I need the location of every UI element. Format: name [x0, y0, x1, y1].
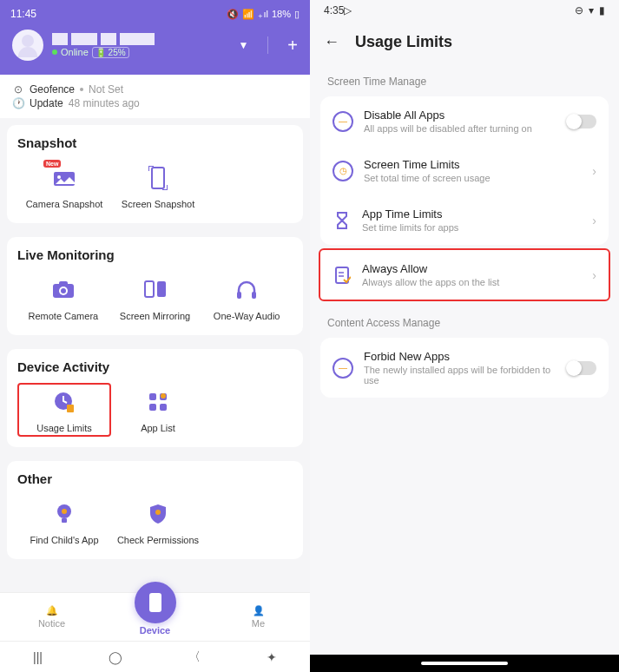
chevron-right-icon: › — [592, 214, 596, 227]
purple-header: 11:45 🔇 📶 ₊ıl 18% ▯ Online — [0, 0, 310, 75]
camera-icon: New — [49, 162, 80, 194]
remote-camera-item[interactable]: Remote Camera — [17, 271, 109, 325]
checklist-icon — [333, 266, 352, 285]
shield-icon — [142, 498, 174, 530]
section-screen-time: Screen Time Manage — [310, 63, 619, 96]
geofence-icon: ⊙ — [12, 83, 24, 96]
remote-camera-icon — [48, 274, 79, 306]
screen-mirroring-item[interactable]: Screen Mirroring — [109, 271, 201, 325]
avatar[interactable] — [12, 30, 43, 61]
usage-limits-item[interactable]: Usage Limits — [17, 383, 111, 437]
bell-icon: 🔔 — [46, 605, 58, 616]
profile-status: Online 🔋 25% — [52, 47, 229, 58]
toggle-disable-all[interactable] — [567, 115, 596, 128]
add-icon[interactable]: + — [287, 36, 298, 56]
screen-snapshot-item[interactable]: Screen Snapshot — [111, 159, 205, 213]
row-app-time-limits[interactable]: App Time Limits Set time limits for apps… — [320, 195, 609, 245]
section-content-access: Content Access Manage — [310, 305, 619, 338]
nav-device[interactable]: Device — [103, 599, 207, 636]
device-icon — [135, 582, 176, 623]
activity-title: Device Activity — [17, 359, 293, 374]
clock-icon: 🕐 — [12, 97, 24, 109]
headphones-icon — [231, 274, 262, 306]
battery-icon-r: ▮ — [599, 4, 605, 16]
dot-separator — [80, 88, 83, 91]
other-card: Other Find Child's App Check Permissions — [7, 461, 303, 559]
svg-rect-12 — [67, 405, 74, 412]
svg-rect-7 — [145, 281, 154, 297]
settings-card-2: — Forbid New Apps The newly installed ap… — [320, 338, 609, 398]
mute-icon: 🔇 — [227, 9, 239, 20]
divider — [267, 36, 268, 54]
online-label: Online — [61, 47, 89, 57]
page-title: Usage Limits — [355, 33, 452, 51]
dnd-icon: ⊖ — [575, 4, 583, 16]
left-screen: 11:45 🔇 📶 ₊ıl 18% ▯ Online — [0, 0, 310, 672]
profile-name — [52, 33, 229, 45]
svg-rect-9 — [237, 292, 241, 299]
svg-rect-17 — [160, 404, 167, 411]
live-title: Live Monitoring — [17, 247, 293, 262]
settings-card-1: — Disable All Apps All apps will be disa… — [320, 96, 609, 245]
back-arrow-icon[interactable]: ← — [324, 33, 339, 51]
new-badge: New — [43, 160, 61, 168]
home-indicator[interactable] — [421, 662, 508, 665]
signal-strength: ₊ıl — [258, 9, 268, 20]
row-always-allow[interactable]: Always Allow Always allow the apps on th… — [319, 248, 610, 301]
wifi-icon: 📶 — [242, 9, 254, 20]
geofence-label: Geofence — [30, 83, 75, 96]
svg-rect-23 — [336, 267, 348, 283]
home-key[interactable]: ◯ — [109, 650, 122, 664]
page-header: ← Usage Limits — [310, 21, 619, 63]
battery-text: 18% — [272, 9, 291, 19]
forbid-icon: — — [333, 358, 353, 379]
row-forbid-new[interactable]: — Forbid New Apps The newly installed ap… — [320, 338, 609, 398]
row-disable-all[interactable]: — Disable All Apps All apps will be disa… — [320, 96, 609, 146]
find-app-item[interactable]: Find Child's App — [17, 495, 111, 549]
chevron-down-icon[interactable]: ▼ — [238, 39, 248, 51]
status-time-r: 4:35 — [324, 4, 344, 16]
nav-me[interactable]: 👤 Me — [207, 605, 310, 629]
live-card: Live Monitoring Remote Camera Screen Mir… — [7, 237, 303, 335]
wifi-icon-r: ▾ — [589, 4, 594, 16]
softkeys: ||| ◯ 〈 ✦ — [0, 641, 310, 672]
profile-row[interactable]: Online 🔋 25% ▼ + — [0, 24, 310, 66]
row-screen-time-limits[interactable]: ◷ Screen Time Limits Set total time of s… — [320, 146, 609, 195]
back-key[interactable]: 〈 — [188, 649, 201, 665]
geofence-row[interactable]: ⊙ Geofence Not Set — [12, 83, 298, 96]
permissions-item[interactable]: Check Permissions — [111, 495, 205, 549]
right-screen: 4:35 ▷ ⊖ ▾ ▮ ← Usage Limits Screen Time … — [310, 0, 619, 672]
hourglass-icon — [333, 211, 352, 230]
svg-rect-22 — [149, 593, 161, 612]
other-title: Other — [17, 471, 293, 486]
svg-rect-2 — [152, 168, 164, 188]
geofence-value: Not Set — [89, 83, 123, 96]
status-time: 11:45 — [10, 8, 36, 20]
bottom-nav: 🔔 Notice Device 👤 Me — [0, 592, 310, 641]
screenshot-icon — [142, 162, 174, 194]
person-icon: 👤 — [253, 605, 265, 616]
audio-item[interactable]: One-Way Audio — [201, 271, 293, 325]
device-battery: 🔋 25% — [92, 47, 129, 58]
update-label: Update — [30, 97, 63, 109]
svg-point-5 — [61, 288, 66, 293]
svg-point-20 — [62, 509, 67, 514]
disable-all-icon: — — [333, 111, 353, 132]
chevron-right-icon: › — [592, 164, 596, 178]
activity-card: Device Activity Usage Limits App List — [7, 349, 303, 447]
update-row[interactable]: 🕐 Update 48 minutes ago — [12, 97, 298, 109]
nav-notice[interactable]: 🔔 Notice — [0, 605, 103, 629]
snapshot-title: Snapshot — [17, 135, 293, 150]
svg-rect-19 — [62, 518, 67, 523]
screen-time-icon: ◷ — [333, 161, 353, 181]
app-list-item[interactable]: App List — [111, 383, 205, 437]
status-bar-right: 4:35 ▷ ⊖ ▾ ▮ — [310, 0, 619, 21]
camera-snapshot-item[interactable]: New Camera Snapshot — [17, 159, 111, 213]
svg-rect-15 — [149, 404, 156, 411]
svg-rect-13 — [149, 393, 156, 400]
status-bar-left: 11:45 🔇 📶 ₊ıl 18% ▯ — [0, 3, 310, 24]
usage-limits-icon — [49, 386, 80, 418]
toggle-forbid-new[interactable] — [567, 361, 596, 375]
recents-key[interactable]: ||| — [33, 650, 43, 664]
accessibility-key[interactable]: ✦ — [267, 650, 277, 664]
